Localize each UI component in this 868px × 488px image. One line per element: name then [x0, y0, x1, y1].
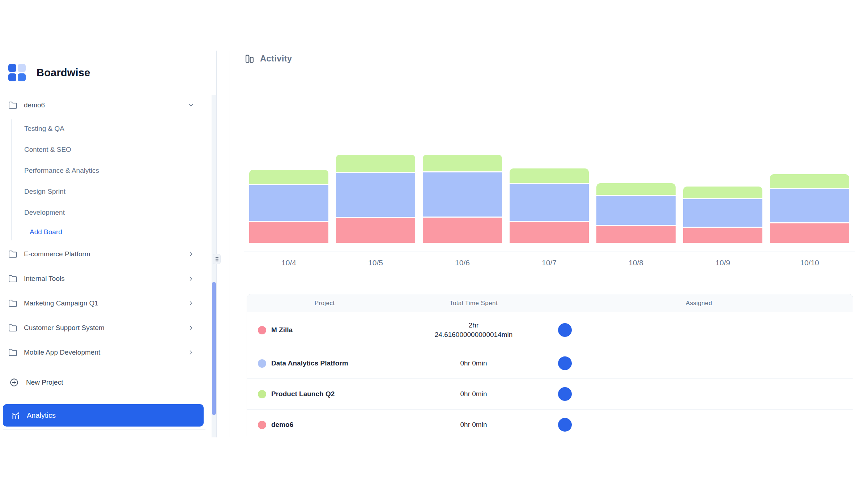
- board-label: Performance & Analytics: [24, 167, 99, 175]
- time-cell: 0hr 0min: [402, 359, 545, 368]
- sidebar-item-ecommerce-platform[interactable]: E-commerce Platform: [0, 245, 205, 263]
- segment-data-analytics-platform: [770, 189, 849, 222]
- boardwise-logo-icon: [8, 64, 26, 81]
- table-header-row: Project Total Time Spent Assigned: [247, 294, 853, 312]
- project-color-dot: [258, 390, 266, 398]
- bar-10-5[interactable]: [336, 155, 415, 243]
- chevron-right-icon[interactable]: [187, 251, 195, 258]
- bar-10-6[interactable]: [423, 155, 502, 243]
- sidebar-scrollbar-track[interactable]: [212, 95, 216, 437]
- chevron-right-icon[interactable]: [187, 324, 195, 331]
- assigned-cell: [545, 387, 853, 401]
- time-line: 2hr: [402, 321, 545, 330]
- assigned-cell: [545, 418, 853, 432]
- sidebar-item-marketing-campaign-q1[interactable]: Marketing Campaign Q1: [0, 295, 205, 312]
- sidebar-board-content-seo[interactable]: Content & SEO: [0, 142, 203, 158]
- assignee-avatar[interactable]: [558, 356, 572, 370]
- sidebar-item-customer-support-system[interactable]: Customer Support System: [0, 319, 205, 337]
- project-name: demo6: [271, 421, 293, 429]
- table-row[interactable]: M Zilla 2hr 24.616000000000014min: [247, 312, 853, 348]
- new-project-label: New Project: [26, 378, 63, 386]
- sidebar-board-performance-analytics[interactable]: Performance & Analytics: [0, 163, 203, 179]
- time-line: 0hr 0min: [402, 420, 545, 429]
- divider: [3, 366, 205, 366]
- bar-10-10[interactable]: [770, 174, 849, 243]
- segment-m-zilla: [510, 222, 589, 243]
- chevron-right-icon[interactable]: [187, 349, 195, 356]
- bar-chart-icon: [244, 53, 255, 64]
- assignee-avatar[interactable]: [558, 418, 572, 432]
- table-row[interactable]: Product Launch Q2 0hr 0min: [247, 379, 853, 410]
- segment-data-analytics-platform: [683, 199, 762, 227]
- add-board-button[interactable]: Add Board: [0, 224, 203, 240]
- assignee-avatar[interactable]: [558, 387, 572, 401]
- segment-product-launch-q2: [596, 183, 676, 195]
- segment-product-launch-q2: [683, 187, 762, 198]
- board-label: Design Sprint: [24, 188, 65, 196]
- folder-icon: [8, 101, 17, 110]
- sidebar-board-development[interactable]: Development: [0, 205, 203, 221]
- activity-stacked-bar-chart: [244, 154, 855, 252]
- column-header-assigned: Assigned: [545, 300, 853, 307]
- segment-m-zilla: [249, 222, 328, 243]
- project-color-dot: [258, 359, 266, 368]
- analytics-label: Analytics: [27, 411, 56, 420]
- sidebar-resize-drag-handle-icon[interactable]: [213, 254, 221, 264]
- column-header-total-time-spent: Total Time Spent: [402, 300, 545, 307]
- new-project-button[interactable]: New Project: [0, 374, 205, 391]
- sidebar-item-internal-tools[interactable]: Internal Tools: [0, 270, 205, 287]
- x-axis-labels: 10/4 10/5 10/6 10/7 10/8 10/9 10/10: [249, 258, 849, 267]
- bar-10-7[interactable]: [510, 168, 589, 243]
- brand-header: Boardwise: [8, 64, 90, 82]
- folder-icon: [8, 274, 17, 283]
- sidebar-board-testing-qa[interactable]: Testing & QA: [0, 121, 203, 137]
- board-label: Content & SEO: [24, 146, 71, 154]
- chevron-down-icon[interactable]: [187, 102, 195, 109]
- segment-m-zilla: [596, 226, 676, 243]
- board-label: Testing & QA: [24, 125, 64, 133]
- folder-icon: [8, 250, 17, 259]
- bar-10-8[interactable]: [596, 183, 676, 243]
- segment-data-analytics-platform: [249, 185, 328, 221]
- sidebar-item-label: Marketing Campaign Q1: [24, 299, 98, 307]
- project-color-dot: [258, 326, 266, 334]
- folder-icon: [8, 299, 17, 308]
- board-label: Development: [24, 209, 65, 217]
- bar-10-9[interactable]: [683, 187, 762, 243]
- time-line: 24.616000000000014min: [402, 330, 545, 339]
- assigned-cell: [545, 356, 853, 370]
- sidebar-item-demo6[interactable]: demo6: [0, 97, 205, 114]
- assignee-avatar[interactable]: [558, 323, 572, 337]
- sidebar-board-design-sprint[interactable]: Design Sprint: [0, 184, 203, 200]
- sidebar-scrollbar-thumb[interactable]: [212, 282, 216, 415]
- time-line: 0hr 0min: [402, 389, 545, 399]
- analytics-chart-icon: [11, 411, 21, 420]
- segment-m-zilla: [770, 223, 849, 243]
- sidebar: Boardwise demo6 Testing & QA Content & S…: [0, 51, 217, 437]
- chevron-right-icon[interactable]: [187, 300, 195, 307]
- segment-product-launch-q2: [770, 174, 849, 188]
- column-header-project: Project: [247, 300, 402, 307]
- segment-product-launch-q2: [423, 155, 502, 171]
- x-tick-label: 10/9: [683, 258, 762, 267]
- divider: [3, 399, 205, 399]
- logo-square: [18, 73, 26, 81]
- app-window: Boardwise demo6 Testing & QA Content & S…: [0, 51, 868, 437]
- table-row[interactable]: demo6 0hr 0min: [247, 410, 853, 436]
- project-cell: Product Launch Q2: [247, 390, 402, 398]
- table-row[interactable]: Data Analytics Platform 0hr 0min: [247, 348, 853, 379]
- activity-title: Activity: [260, 53, 292, 64]
- folder-icon: [8, 324, 17, 333]
- chevron-right-icon[interactable]: [187, 275, 195, 282]
- x-tick-label: 10/6: [423, 258, 502, 267]
- logo-square: [8, 64, 16, 72]
- segment-product-launch-q2: [249, 170, 328, 184]
- sidebar-item-label: Mobile App Development: [24, 348, 100, 356]
- bar-10-4[interactable]: [249, 170, 328, 243]
- sidebar-item-mobile-app-development[interactable]: Mobile App Development: [0, 344, 205, 361]
- sidebar-item-label: Customer Support System: [24, 324, 105, 332]
- analytics-nav-button[interactable]: Analytics: [3, 404, 204, 427]
- add-board-label: Add Board: [30, 228, 62, 236]
- divider: [0, 95, 216, 95]
- x-tick-label: 10/5: [336, 258, 415, 267]
